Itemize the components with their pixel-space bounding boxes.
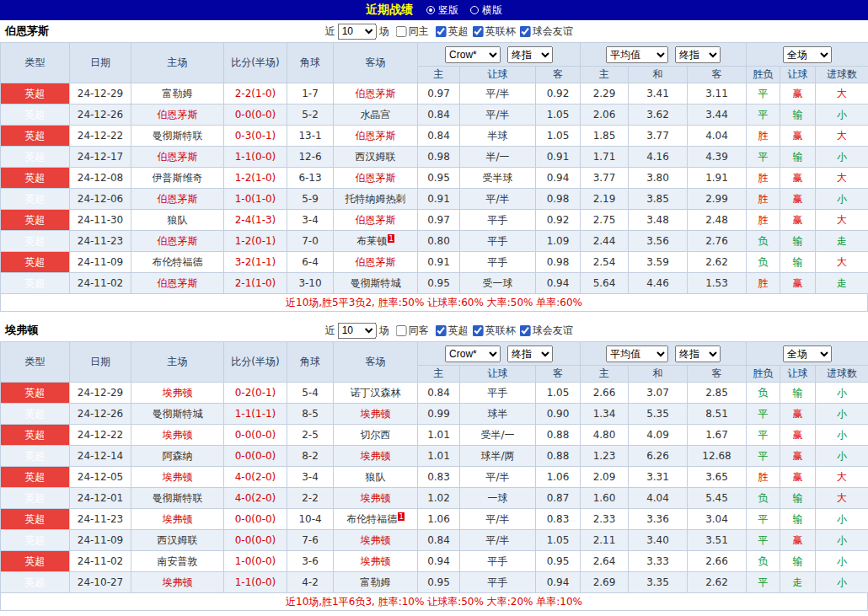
team-link[interactable]: 狼队 <box>168 214 188 226</box>
team-link[interactable]: 水晶宫 <box>361 109 391 121</box>
league-filter[interactable]: 英联杯 <box>473 24 516 39</box>
match-row: 英超24-12-29富勒姆2-2(1-0)1-7伯恩茅斯0.97平/半0.922… <box>1 83 868 104</box>
league-checkbox[interactable] <box>436 325 447 336</box>
league-filter[interactable]: 球会友谊 <box>520 324 573 338</box>
goals-cell: 小 <box>816 404 868 425</box>
col-header-odds-handicap: 让球 <box>460 67 536 83</box>
type-cell: 英超 <box>1 126 70 147</box>
match-count-select[interactable]: 10 <box>338 24 377 40</box>
team-link[interactable]: 西汉姆联 <box>356 151 396 163</box>
team-link[interactable]: 布伦特福德 <box>346 513 397 525</box>
layout-option-horizontal[interactable]: 横版 <box>470 3 502 18</box>
score-cell: 1-2(0-1) <box>224 231 287 252</box>
handicap-result-cell: 输 <box>780 509 816 530</box>
team-link[interactable]: 伯恩茅斯 <box>158 193 198 205</box>
avg-home-cell: 2.54 <box>581 252 629 273</box>
league-checkbox[interactable] <box>520 26 531 37</box>
same-side-filter[interactable]: 同客 <box>396 324 429 338</box>
league-filter[interactable]: 球会友谊 <box>520 24 573 39</box>
type-cell: 英超 <box>1 104 70 126</box>
team-link[interactable]: 伯恩茅斯 <box>356 88 396 99</box>
odds-final-select[interactable]: 终指 <box>507 345 553 362</box>
team-link[interactable]: 埃弗顿 <box>361 408 391 420</box>
away-team-cell: 狼队 <box>334 467 418 488</box>
team-link[interactable]: 伯恩茅斯 <box>158 109 198 121</box>
team-link[interactable]: 埃弗顿 <box>163 471 193 483</box>
home-team-cell: 狼队 <box>131 210 224 231</box>
team-link[interactable]: 布伦特福德 <box>153 256 203 268</box>
league-checkbox[interactable] <box>473 325 484 336</box>
date-cell: 24-12-14 <box>70 446 131 467</box>
odds-source-select[interactable]: Crow* <box>445 46 501 63</box>
col-header-avg-home: 主 <box>581 67 629 83</box>
team-link[interactable]: 埃弗顿 <box>163 387 193 399</box>
team-link[interactable]: 埃弗顿 <box>361 492 391 504</box>
team-link[interactable]: 曼彻斯特城 <box>351 277 401 289</box>
avg-home-cell: 1.23 <box>581 446 629 467</box>
avg-final-select[interactable]: 终指 <box>675 46 721 63</box>
scope-select[interactable]: 全场 <box>783 345 832 362</box>
red-card-badge: 1 <box>398 512 405 521</box>
team-link[interactable]: 伯恩茅斯 <box>356 172 396 184</box>
goals-cell: 小 <box>816 572 868 593</box>
type-cell: 英超 <box>1 530 70 551</box>
team-link[interactable]: 伯恩茅斯 <box>158 235 198 247</box>
team-link[interactable]: 埃弗顿 <box>361 450 391 462</box>
league-filter[interactable]: 英联杯 <box>473 324 516 338</box>
result-cell: 胜 <box>747 273 780 294</box>
same-side-checkbox[interactable] <box>396 325 407 336</box>
team-link[interactable]: 切尔西 <box>361 429 391 441</box>
team-link[interactable]: 托特纳姆热刺 <box>346 193 406 205</box>
avg-source-select[interactable]: 平均值 <box>606 345 668 362</box>
result-cell: 负 <box>747 383 780 404</box>
league-checkbox[interactable] <box>436 26 447 37</box>
team-link[interactable]: 曼彻斯特联 <box>153 130 203 142</box>
goals-cell: 走 <box>816 273 868 294</box>
team-link[interactable]: 伯恩茅斯 <box>356 130 396 142</box>
team-link[interactable]: 狼队 <box>366 471 386 483</box>
team-link[interactable]: 布莱顿 <box>356 235 387 247</box>
team-link[interactable]: 伯恩茅斯 <box>356 256 396 268</box>
odds-final-select[interactable]: 终指 <box>507 46 553 63</box>
team-link[interactable]: 埃弗顿 <box>361 534 391 546</box>
same-side-filter[interactable]: 同主 <box>396 24 429 39</box>
team-link[interactable]: 伯恩茅斯 <box>356 214 396 226</box>
team-link[interactable]: 富勒姆 <box>361 576 391 588</box>
match-count-select[interactable]: 10 <box>338 323 377 339</box>
league-checkbox[interactable] <box>473 26 484 37</box>
team-link[interactable]: 埃弗顿 <box>361 555 391 567</box>
avg-away-cell: 8.51 <box>688 404 747 425</box>
goals-cell: 大 <box>816 210 868 231</box>
team-link[interactable]: 曼彻斯特城 <box>153 408 203 420</box>
avg-source-select[interactable]: 平均值 <box>606 46 668 63</box>
team-link[interactable]: 阿森纳 <box>163 450 193 462</box>
league-checkbox[interactable] <box>520 325 531 336</box>
result-group-header: 全场 <box>747 342 868 366</box>
odds-home-cell: 0.95 <box>418 168 460 189</box>
league-filter[interactable]: 英超 <box>436 24 469 39</box>
team-link[interactable]: 伊普斯维奇 <box>153 172 203 184</box>
team-link[interactable]: 伯恩茅斯 <box>158 151 198 163</box>
team-link[interactable]: 诺丁汉森林 <box>351 387 401 399</box>
score-cell: 1-0(0-0) <box>224 551 287 572</box>
team-link[interactable]: 埃弗顿 <box>163 429 193 441</box>
corner-cell: 7-6 <box>287 530 334 551</box>
avg-away-cell: 2.62 <box>688 572 747 593</box>
team-link[interactable]: 曼彻斯特联 <box>153 492 203 504</box>
team-link[interactable]: 伯恩茅斯 <box>158 277 198 289</box>
avg-final-select[interactable]: 终指 <box>675 345 721 362</box>
team-link[interactable]: 西汉姆联 <box>158 534 198 546</box>
layout-option-vertical[interactable]: 竖版 <box>426 3 458 18</box>
team-link[interactable]: 埃弗顿 <box>163 513 193 525</box>
odds-source-select[interactable]: Crow* <box>445 345 501 362</box>
scope-select[interactable]: 全场 <box>783 46 832 63</box>
team-link[interactable]: 富勒姆 <box>163 88 193 99</box>
league-filter[interactable]: 英超 <box>436 324 469 338</box>
team-link[interactable]: 埃弗顿 <box>163 576 193 588</box>
col-header-handicap-result: 让球 <box>780 67 816 83</box>
same-side-checkbox[interactable] <box>396 26 407 37</box>
home-team-cell: 曼彻斯特联 <box>131 488 224 509</box>
odds-home-cell: 0.95 <box>418 273 460 294</box>
team-link[interactable]: 南安普敦 <box>158 555 198 567</box>
odds-away-cell: 1.09 <box>536 231 581 252</box>
